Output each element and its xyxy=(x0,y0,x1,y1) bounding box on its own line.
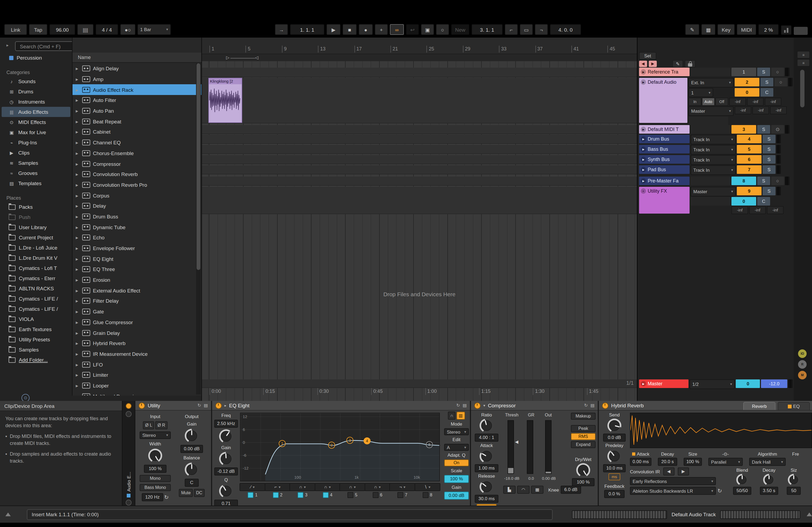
send-level[interactable]: -inf xyxy=(729,98,746,106)
phase-right-button[interactable]: Ø R xyxy=(156,421,167,429)
width-value[interactable]: 100 % xyxy=(144,465,166,473)
save-preset-icon[interactable]: ▤ xyxy=(463,403,467,408)
sidebar-item-instruments[interactable]: ◷ Instruments xyxy=(2,96,70,107)
eq-band-handle[interactable]: 1 xyxy=(279,440,286,447)
track-fold-icon[interactable]: ▶ xyxy=(641,167,646,172)
disclosure-triangle-icon[interactable]: ▶ xyxy=(76,257,79,260)
routing-menu[interactable]: Parallel xyxy=(708,458,743,466)
list-item[interactable]: ▶ Convolution Reverb Pro xyxy=(73,180,201,190)
disclosure-triangle-icon[interactable]: ▶ xyxy=(76,67,79,71)
sidebar-item-folder[interactable]: Cymatics - LIFE / xyxy=(2,304,70,314)
dry-wet-knob[interactable] xyxy=(576,463,590,477)
device-on-button[interactable] xyxy=(602,402,608,409)
sidebar-item-percussion[interactable]: Percussion xyxy=(2,52,70,63)
notification-toggle-icon[interactable] xyxy=(5,512,11,516)
track-fold-icon[interactable]: ≡ xyxy=(641,189,646,194)
disclosure-triangle-icon[interactable]: ▶ xyxy=(76,162,79,166)
nudge-icon[interactable]: |||| xyxy=(77,24,93,35)
track-row[interactable]: ▶Bass Bus Track In 5 S xyxy=(639,145,793,155)
show-returns-toggle[interactable]: R xyxy=(798,360,807,369)
release-value[interactable]: 30.0 ms xyxy=(475,495,498,503)
midi-map-button[interactable]: MIDI xyxy=(737,24,756,35)
disclosure-triangle-icon[interactable]: ▶ xyxy=(76,331,79,335)
disclosure-triangle-icon[interactable]: ▶ xyxy=(76,130,79,134)
output-gain-value[interactable]: 0.00 dB xyxy=(444,492,469,500)
chain-icon[interactable] xyxy=(126,411,132,417)
width-knob[interactable] xyxy=(148,449,162,463)
show-io-toggle[interactable]: IO xyxy=(798,349,807,358)
input-chooser[interactable] xyxy=(691,177,730,185)
track-fold-icon[interactable]: ▶ xyxy=(641,69,646,75)
arm-button[interactable]: ⊙ xyxy=(771,125,784,134)
sidebar-item-folder[interactable]: Samples xyxy=(2,345,70,355)
makeup-button[interactable]: Makeup xyxy=(571,413,596,420)
cue-button[interactable]: C xyxy=(757,197,770,206)
loop-start-marker[interactable]: ▷ xyxy=(226,55,229,60)
track-fold-icon[interactable]: ▶ xyxy=(641,79,646,85)
list-item[interactable]: ▶ Grain Delay xyxy=(73,327,201,338)
disclosure-triangle-icon[interactable]: ▶ xyxy=(76,362,79,366)
device-fold-icon[interactable]: ▾ xyxy=(483,403,485,408)
loop-length-display[interactable]: 4. 0. 0 xyxy=(550,24,581,35)
nudge-back-button[interactable]: ◀ xyxy=(639,61,647,67)
feedback-value[interactable]: 0.0 % xyxy=(604,490,625,498)
release-knob[interactable] xyxy=(480,480,494,494)
sidebar-item-user-library[interactable]: User Library xyxy=(2,222,70,232)
disclosure-triangle-icon[interactable]: ▶ xyxy=(76,172,79,176)
cue-level[interactable]: 0 xyxy=(736,379,760,388)
beat-time-ruler[interactable]: 15913172125293337414549 xyxy=(202,39,637,52)
list-item[interactable]: ▶ Auto Filter xyxy=(73,95,201,105)
track-lane[interactable] xyxy=(202,165,637,175)
edit-channel-menu[interactable]: A xyxy=(444,444,469,451)
bass-mono-frequency[interactable]: 120 Hz xyxy=(142,493,163,501)
arm-button[interactable]: ○ xyxy=(771,177,784,185)
send-level[interactable]: -inf xyxy=(731,206,748,214)
cue-button[interactable]: C xyxy=(760,88,773,96)
adapt-q-button[interactable]: On xyxy=(444,460,469,466)
transfer-curve-view-icon[interactable]: ◠ xyxy=(517,486,530,494)
sidebar-item-max-for-live[interactable]: ▣ Max for Live xyxy=(2,127,70,137)
nudge-forward-button[interactable]: ▶ xyxy=(649,61,657,67)
disclosure-triangle-icon[interactable]: ▶ xyxy=(76,289,79,292)
ratio-knob[interactable] xyxy=(480,419,494,433)
list-item[interactable]: ▶ Echo xyxy=(73,232,201,243)
filter-type-menu[interactable]: ⌐ xyxy=(265,483,291,491)
list-item[interactable]: ▶ Chorus-Ensemble xyxy=(73,148,201,158)
filter-type-menu[interactable]: ∩ xyxy=(340,483,365,491)
spectrum-toggle-icon[interactable]: ▥ xyxy=(456,412,465,420)
track-number[interactable]: 5 xyxy=(737,145,762,153)
solo-button[interactable]: S xyxy=(760,78,773,86)
disclosure-triangle-icon[interactable]: ▶ xyxy=(76,151,79,155)
sidebar-item-samples[interactable]: ≋ Samples xyxy=(2,158,70,168)
monitor-auto-button[interactable]: Auto xyxy=(702,98,715,106)
sidebar-item-folder[interactable]: ABLTN RACKS xyxy=(2,283,70,293)
stop-button[interactable]: ■ xyxy=(343,24,357,35)
list-item[interactable]: ▶ Filter Delay xyxy=(73,296,201,306)
attack-value[interactable]: 1.00 ms xyxy=(475,464,498,472)
list-item[interactable]: ▶ EQ Three xyxy=(73,264,201,274)
send-value[interactable]: 0.0 dB xyxy=(603,434,626,442)
dry-wet-value[interactable]: 100 % xyxy=(572,478,595,486)
track-lane[interactable] xyxy=(202,135,637,144)
ir-size-value[interactable]: 100 % xyxy=(684,458,702,466)
tempo-display[interactable]: 96.00 xyxy=(49,24,75,35)
time-ruler[interactable]: 0:000:150:300:451:001:151:301:452:00 xyxy=(202,388,637,395)
list-item[interactable]: ▶ Beat Repeat xyxy=(73,116,201,127)
threshold-meter[interactable] xyxy=(508,420,514,474)
q-knob[interactable] xyxy=(219,484,233,498)
ir-file-menu[interactable]: Ableton Studio Backwards LR xyxy=(630,487,716,495)
track-fold-icon[interactable]: ▶ xyxy=(641,381,646,387)
phase-left-button[interactable]: Ø L xyxy=(143,421,155,429)
sidebar-item-folder[interactable]: Cymatics - LIFE / xyxy=(2,293,70,304)
loop-end-marker[interactable]: ◁ xyxy=(255,55,258,60)
disclosure-triangle-icon[interactable]: ▶ xyxy=(76,204,79,208)
track-number[interactable]: 6 xyxy=(737,155,762,164)
punch-out-icon[interactable]: ¬ xyxy=(535,24,548,35)
list-item[interactable]: ▶ IR Measurement Device xyxy=(73,349,201,359)
output-chooser[interactable]: 1/2 xyxy=(690,379,735,389)
list-item[interactable]: ▶ Convolution Reverb xyxy=(73,169,201,180)
disclosure-triangle-icon[interactable]: ▶ xyxy=(76,384,79,388)
hot-swap-icon[interactable]: ↻ xyxy=(197,403,201,408)
ir-category-menu[interactable]: Early Reflections xyxy=(630,477,716,485)
vertical-scrollbar-thumb[interactable] xyxy=(800,70,804,107)
